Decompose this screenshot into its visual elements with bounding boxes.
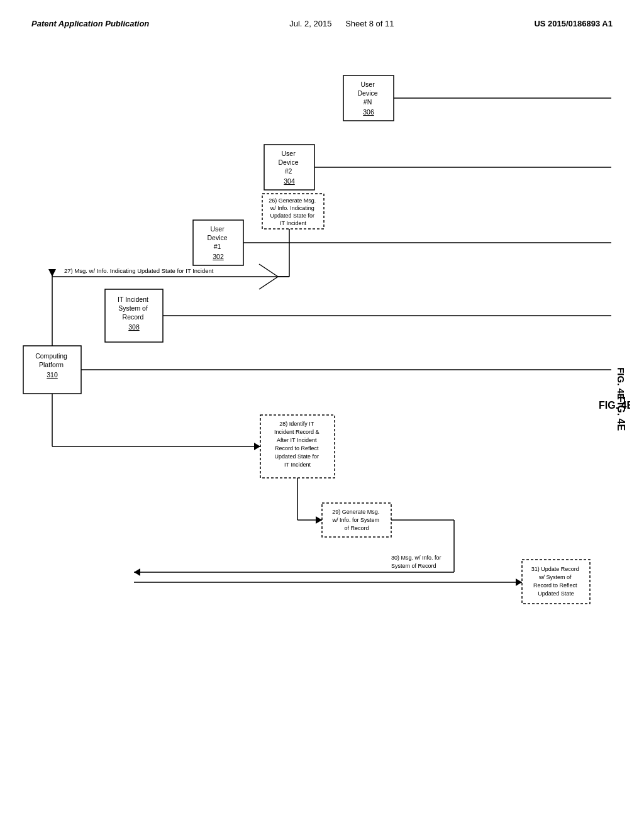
header-right: US 2015/0186893 A1 — [534, 19, 613, 28]
main-page: Patent Application Publication Jul. 2, 2… — [0, 0, 644, 830]
arrow-to-28 — [254, 443, 260, 450]
arrow-to-29 — [316, 516, 322, 524]
arrow-30-head — [134, 568, 140, 576]
header-sheet: Sheet 8 of 11 — [345, 19, 394, 28]
header-left: Patent Application Publication — [31, 19, 149, 28]
action-30-text: 30) Msg. w/ Info. for System of Record — [391, 555, 443, 569]
diagram-svg: Computing Platform 310 IT Incident Syste… — [14, 44, 630, 817]
arrow-it-to-31 — [516, 578, 522, 586]
fig-label-display: FIG. 4E — [599, 400, 630, 411]
header-date: Jul. 2, 2015 — [289, 19, 331, 28]
fig-label-rotated: FIG. 4E — [616, 367, 626, 400]
action-27-text: 27) Msg. w/ Info. Indicating Updated Sta… — [64, 267, 214, 274]
header-center: Jul. 2, 2015 Sheet 8 of 11 — [289, 19, 394, 28]
header: Patent Application Publication Jul. 2, 2… — [31, 19, 613, 28]
merge-bottom — [259, 277, 278, 289]
merge-top — [259, 264, 278, 277]
